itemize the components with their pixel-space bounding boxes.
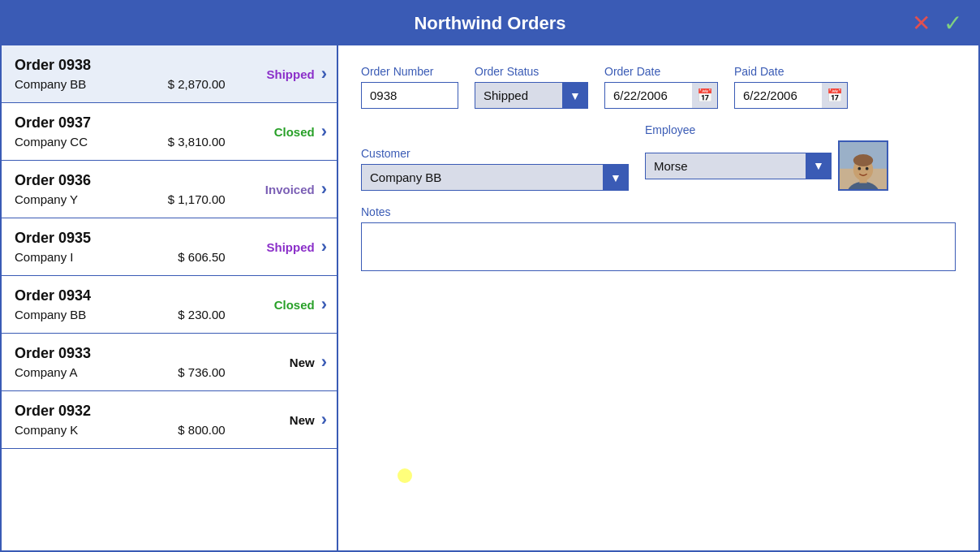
order-item-right: Shipped (226, 240, 315, 254)
order-item[interactable]: Order 0932 Company K $ 800.00 New › (2, 391, 337, 449)
paid-date-calendar-icon[interactable]: 📅 (822, 82, 848, 109)
main-content: Order 0938 Company BB $ 2,870.00 Shipped… (2, 45, 978, 550)
order-chevron-icon[interactable]: › (321, 351, 327, 373)
order-item-info: Order 0932 Company K $ 800.00 (15, 403, 226, 437)
order-item-info: Order 0937 Company CC $ 3,810.00 (15, 114, 226, 149)
order-status-select[interactable]: Shipped New Invoiced Closed (475, 82, 588, 109)
order-item-right: Invoiced (226, 183, 315, 196)
order-item-status: Invoiced (242, 183, 315, 196)
order-item-right: New (226, 413, 315, 427)
order-number-label: Order Number (361, 65, 458, 78)
order-item-amount: $ 3,810.00 (168, 135, 226, 149)
form-row-1: Order Number Order Status Shipped New In… (361, 65, 956, 109)
order-item[interactable]: Order 0936 Company Y $ 1,170.00 Invoiced… (2, 161, 337, 218)
order-item-company: Company CC (15, 135, 88, 149)
order-item-company: Company K (15, 423, 78, 437)
order-item-status: Shipped (242, 67, 315, 81)
order-item-right: Closed (226, 298, 315, 312)
order-item-sub: Company Y $ 1,170.00 (15, 192, 226, 206)
confirm-button[interactable]: ✓ (940, 12, 965, 35)
customer-group: Customer Company BB Company A Company CC… (361, 147, 629, 191)
order-number-group: Order Number (361, 65, 458, 109)
app-window: Northwind Orders ✕ ✓ Order 0938 Company … (0, 0, 980, 552)
order-item-status: New (242, 356, 315, 369)
order-item-status: New (242, 413, 315, 427)
paid-date-wrapper: 📅 (734, 82, 848, 109)
employee-select[interactable]: Morse (645, 153, 832, 179)
order-date-calendar-icon[interactable]: 📅 (692, 82, 718, 109)
order-item-sub: Company K $ 800.00 (15, 423, 226, 437)
order-item-amount: $ 1,170.00 (168, 192, 226, 206)
customer-label: Customer (361, 147, 629, 160)
paid-date-label: Paid Date (734, 65, 848, 78)
order-number-input[interactable] (361, 82, 458, 109)
employee-label: Employee (645, 123, 888, 136)
order-item-number: Order 0933 (15, 345, 226, 362)
employee-photo (838, 140, 888, 191)
order-item-sub: Company BB $ 2,870.00 (15, 77, 226, 91)
order-list[interactable]: Order 0938 Company BB $ 2,870.00 Shipped… (2, 45, 338, 550)
notes-textarea[interactable] (361, 222, 956, 271)
order-item-info: Order 0938 Company BB $ 2,870.00 (15, 57, 226, 91)
order-chevron-icon[interactable]: › (321, 121, 327, 142)
svg-point-5 (853, 154, 873, 166)
order-chevron-icon[interactable]: › (321, 179, 327, 200)
employee-photo-svg (840, 140, 887, 191)
notes-group: Notes (361, 205, 956, 271)
order-item-sub: Company I $ 606.50 (15, 250, 226, 264)
svg-point-7 (866, 167, 869, 170)
order-item-info: Order 0935 Company I $ 606.50 (15, 230, 226, 264)
order-item-amount: $ 800.00 (178, 423, 225, 437)
order-item-status: Closed (242, 125, 315, 139)
close-button[interactable]: ✕ (909, 12, 934, 35)
order-item-number: Order 0937 (15, 114, 226, 132)
svg-point-6 (858, 167, 861, 170)
customer-select[interactable]: Company BB Company A Company CC Company … (361, 164, 629, 191)
order-item-number: Order 0938 (15, 57, 226, 74)
order-item[interactable]: Order 0938 Company BB $ 2,870.00 Shipped… (2, 45, 337, 103)
detail-panel: Order Number Order Status Shipped New In… (338, 45, 978, 550)
order-item-number: Order 0936 (15, 172, 226, 189)
paid-date-group: Paid Date 📅 (734, 65, 848, 109)
order-item-right: New (226, 356, 315, 369)
order-item-number: Order 0932 (15, 403, 226, 420)
order-item-amount: $ 606.50 (178, 250, 225, 264)
order-item[interactable]: Order 0935 Company I $ 606.50 Shipped › (2, 218, 337, 276)
employee-select-wrapper: Morse ▼ (645, 153, 832, 179)
order-item-sub: Company BB $ 230.00 (15, 308, 226, 321)
order-status-select-wrapper: Shipped New Invoiced Closed ▼ (475, 82, 588, 109)
order-item-info: Order 0936 Company Y $ 1,170.00 (15, 172, 226, 206)
title-bar: Northwind Orders ✕ ✓ (2, 2, 978, 45)
order-item-company: Company A (15, 365, 78, 379)
order-item-company: Company I (15, 250, 74, 264)
order-item-info: Order 0934 Company BB $ 230.00 (15, 287, 226, 321)
order-item-amount: $ 736.00 (178, 365, 225, 379)
order-status-group: Order Status Shipped New Invoiced Closed… (475, 65, 588, 109)
order-item-company: Company BB (15, 77, 86, 91)
order-date-label: Order Date (604, 65, 718, 78)
order-item-amount: $ 2,870.00 (168, 77, 226, 91)
order-chevron-icon[interactable]: › (321, 409, 327, 430)
employee-group: Employee Morse ▼ (645, 123, 888, 191)
order-item-sub: Company CC $ 3,810.00 (15, 135, 226, 149)
order-item[interactable]: Order 0937 Company CC $ 3,810.00 Closed … (2, 103, 337, 161)
order-item-right: Shipped (226, 67, 315, 81)
order-item-info: Order 0933 Company A $ 736.00 (15, 345, 226, 379)
order-item-company: Company BB (15, 308, 86, 321)
order-item-sub: Company A $ 736.00 (15, 365, 226, 379)
notes-label: Notes (361, 205, 956, 218)
order-item[interactable]: Order 0933 Company A $ 736.00 New › (2, 334, 337, 391)
order-item-right: Closed (226, 125, 315, 139)
order-chevron-icon[interactable]: › (321, 236, 327, 257)
order-item-status: Shipped (242, 240, 315, 254)
order-status-label: Order Status (475, 65, 588, 78)
order-date-group: Order Date 📅 (604, 65, 718, 109)
order-item[interactable]: Order 0934 Company BB $ 230.00 Closed › (2, 276, 337, 334)
order-item-status: Closed (242, 298, 315, 312)
title-bar-actions: ✕ ✓ (909, 12, 965, 35)
order-chevron-icon[interactable]: › (321, 294, 327, 315)
order-date-wrapper: 📅 (604, 82, 718, 109)
app-title: Northwind Orders (414, 13, 565, 33)
order-item-number: Order 0935 (15, 230, 226, 247)
order-chevron-icon[interactable]: › (321, 63, 327, 84)
